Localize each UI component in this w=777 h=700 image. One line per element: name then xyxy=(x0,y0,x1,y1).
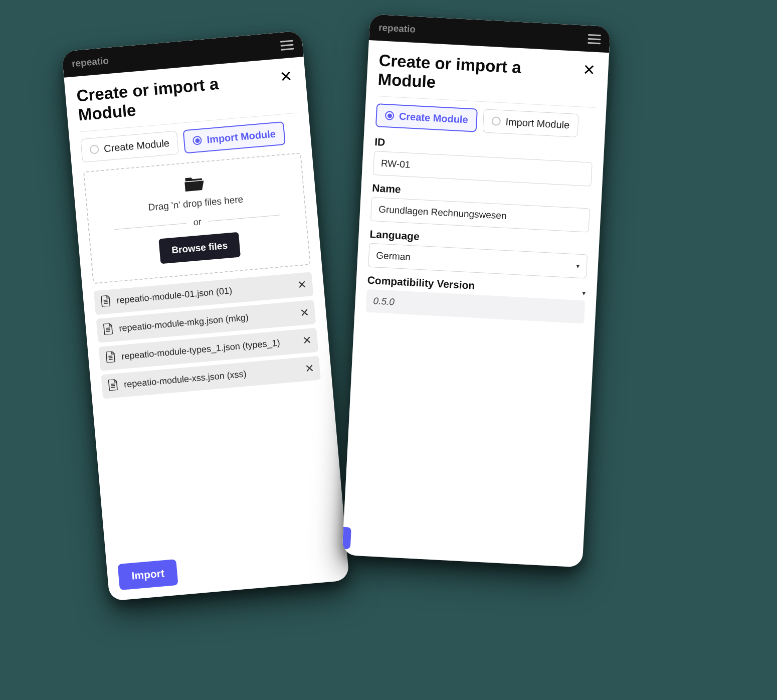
file-icon xyxy=(100,295,111,309)
modal-panel: Create or import a Module ✕ Create Modul… xyxy=(64,57,333,411)
toggle-create-module[interactable]: Create Module xyxy=(375,103,478,132)
toggle-import-label: Import Module xyxy=(505,116,570,131)
selected-files-list: repeatio-module-01.json (01) ✕ repeatio-… xyxy=(94,272,321,399)
modal-panel: Create or import a Module ✕ Create Modul… xyxy=(354,40,610,342)
file-name: repeatio-module-01.json (01) xyxy=(116,280,292,306)
mode-toggle-group: Create Module Import Module xyxy=(375,103,595,138)
divider xyxy=(209,215,281,222)
accent-strip xyxy=(342,527,351,550)
field-id: ID xyxy=(373,136,593,187)
remove-file-icon[interactable]: ✕ xyxy=(299,307,309,318)
browse-files-button[interactable]: Browse files xyxy=(158,232,241,264)
chevron-down-icon: ▾ xyxy=(582,289,586,297)
brand-logo: repeatio xyxy=(71,55,109,69)
brand-logo: repeatio xyxy=(378,22,416,35)
remove-file-icon[interactable]: ✕ xyxy=(297,279,307,290)
modal-title: Create or import a Module xyxy=(377,51,581,99)
file-name: repeatio-module-types_1.json (types_1) xyxy=(121,336,297,362)
radio-icon xyxy=(491,117,501,126)
device-import-view: repeatio Create or import a Module ✕ Cre… xyxy=(62,31,349,601)
hamburger-icon[interactable] xyxy=(588,34,601,44)
compat-label: Compatibility Version xyxy=(367,274,475,291)
file-name: repeatio-module-mkg.json (mkg) xyxy=(119,308,294,334)
file-icon xyxy=(107,379,118,393)
divider xyxy=(114,223,186,230)
radio-icon xyxy=(192,136,203,146)
file-icon xyxy=(103,323,114,337)
toggle-import-module[interactable]: Import Module xyxy=(482,109,578,137)
toggle-import-label: Import Module xyxy=(207,128,276,145)
or-text: or xyxy=(193,217,202,228)
import-button[interactable]: Import xyxy=(117,559,178,590)
chevron-down-icon: ▾ xyxy=(575,262,579,270)
remove-file-icon[interactable]: ✕ xyxy=(304,363,314,374)
radio-icon xyxy=(90,145,100,155)
file-icon xyxy=(105,351,116,365)
device-create-view: repeatio Create or import a Module ✕ Cre… xyxy=(342,14,611,568)
toggle-create-label: Create Module xyxy=(399,110,468,125)
hamburger-icon[interactable] xyxy=(280,40,294,50)
toggle-create-module[interactable]: Create Module xyxy=(80,130,179,162)
field-language: Language German ▾ xyxy=(368,228,588,279)
file-dropzone[interactable]: Drag 'n' drop files here or Browse files xyxy=(83,152,311,284)
remove-file-icon[interactable]: ✕ xyxy=(302,335,312,346)
language-value: German xyxy=(376,250,411,263)
field-name: Name xyxy=(370,182,591,233)
radio-icon xyxy=(385,111,395,120)
modal-title: Create or import a Module xyxy=(76,69,280,125)
toggle-create-label: Create Module xyxy=(103,137,170,154)
field-compat-version: Compatibility Version ▾ 0.5.0 xyxy=(365,274,586,323)
file-name: repeatio-module-xss.json (xss) xyxy=(123,365,299,390)
toggle-import-module[interactable]: Import Module xyxy=(183,121,286,153)
close-icon[interactable]: ✕ xyxy=(277,68,295,86)
close-icon[interactable]: ✕ xyxy=(580,61,598,79)
